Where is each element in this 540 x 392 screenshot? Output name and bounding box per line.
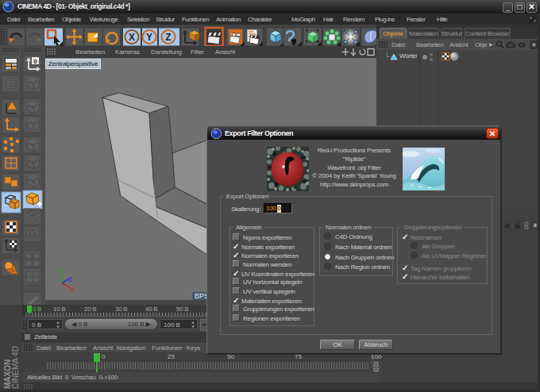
svg-text:X: X (70, 286, 75, 294)
svg-text:Z: Z (165, 32, 171, 43)
svg-text:Z: Z (68, 275, 73, 283)
svg-text:Y: Y (58, 267, 63, 275)
svg-text:0: 0 (33, 58, 37, 65)
svg-text:Y: Y (146, 32, 152, 43)
svg-text:X: X (129, 32, 135, 43)
